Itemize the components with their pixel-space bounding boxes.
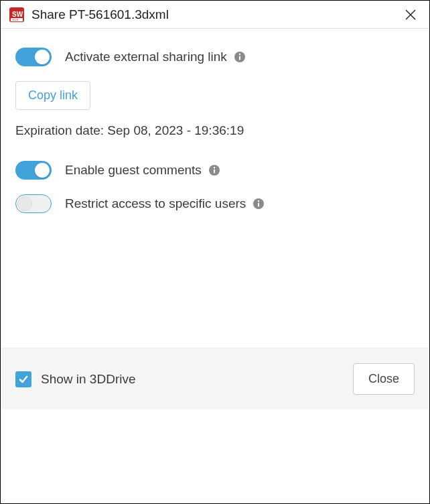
close-icon[interactable] <box>400 4 421 25</box>
footer-left: Show in 3DDrive <box>15 371 136 387</box>
info-icon[interactable] <box>234 51 246 63</box>
svg-point-11 <box>214 167 215 168</box>
svg-rect-10 <box>214 170 215 174</box>
guest-comments-toggle[interactable] <box>15 161 52 180</box>
show-in-3ddrive-label: Show in 3DDrive <box>41 372 136 387</box>
svg-rect-13 <box>258 203 259 207</box>
svg-point-8 <box>239 54 240 55</box>
activate-sharing-row: Activate external sharing link <box>15 48 415 66</box>
svg-rect-7 <box>239 56 240 60</box>
restrict-access-label: Restrict access to specific users <box>65 196 246 211</box>
guest-comments-row: Enable guest comments <box>15 161 415 180</box>
dialog-content: Activate external sharing link Copy link… <box>1 29 429 348</box>
activate-sharing-toggle[interactable] <box>15 48 52 66</box>
dialog-title: Share PT-561601.3dxml <box>31 7 400 22</box>
guest-comments-label: Enable guest comments <box>65 163 202 178</box>
info-icon[interactable] <box>208 164 220 176</box>
svg-text:2023: 2023 <box>12 18 19 21</box>
restrict-access-toggle[interactable] <box>15 194 52 213</box>
svg-text:SW: SW <box>12 11 23 18</box>
solidworks-icon: SW 2023 <box>9 7 25 23</box>
titlebar: SW 2023 Share PT-561601.3dxml <box>1 1 429 29</box>
share-dialog: SW 2023 Share PT-561601.3dxml Activate e… <box>0 0 430 504</box>
info-icon[interactable] <box>253 198 265 210</box>
svg-point-14 <box>258 200 259 202</box>
close-button[interactable]: Close <box>353 363 415 395</box>
copy-link-button[interactable]: Copy link <box>15 81 90 110</box>
restrict-access-row: Restrict access to specific users <box>15 194 415 213</box>
dialog-footer: Show in 3DDrive Close <box>1 348 429 410</box>
expiration-date-text: Expiration date: Sep 08, 2023 - 19:36:19 <box>15 123 415 138</box>
activate-sharing-label: Activate external sharing link <box>65 50 227 64</box>
bottom-spacer <box>1 410 429 503</box>
show-in-3ddrive-checkbox[interactable] <box>15 371 31 387</box>
